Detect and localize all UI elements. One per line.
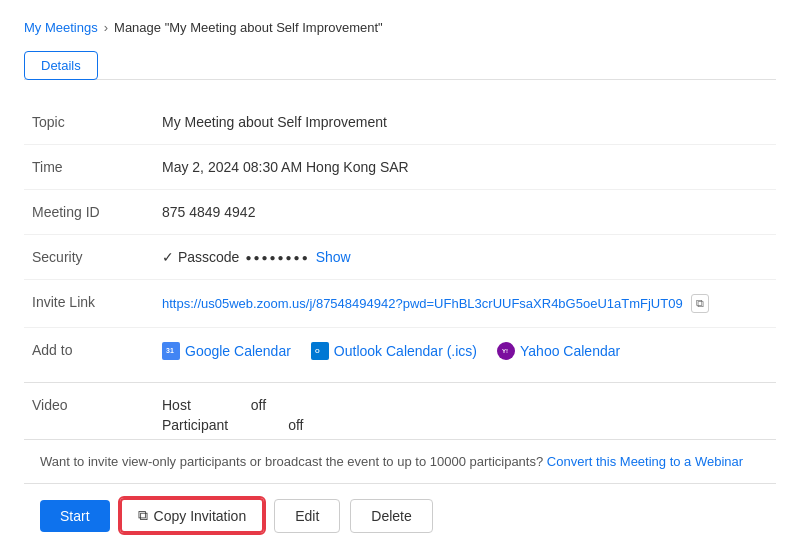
video-label: Video: [24, 391, 154, 439]
yahoo-calendar-link[interactable]: Y! Yahoo Calendar: [497, 342, 620, 360]
row-video: Video Host off Participant off: [24, 391, 776, 439]
copy-icon: ⧉: [696, 297, 704, 309]
invite-link-value: https://us05web.zoom.us/j/87548494942?pw…: [154, 280, 776, 328]
start-button[interactable]: Start: [40, 500, 110, 532]
delete-button[interactable]: Delete: [350, 499, 432, 533]
breadcrumb-separator: ›: [104, 20, 108, 35]
tab-bar: Details: [24, 51, 776, 80]
row-add-to: Add to 31 Google Calendar O: [24, 328, 776, 375]
outlook-calendar-icon: O: [311, 342, 329, 360]
breadcrumb: My Meetings › Manage "My Meeting about S…: [24, 20, 776, 35]
tab-details[interactable]: Details: [24, 51, 98, 80]
google-calendar-icon: 31: [162, 342, 180, 360]
add-to-label: Add to: [24, 328, 154, 375]
time-label: Time: [24, 145, 154, 190]
host-value: off: [251, 397, 266, 413]
webinar-link[interactable]: Convert this Meeting to a Webinar: [547, 454, 743, 469]
add-to-value: 31 Google Calendar O Outlook Calendar (.…: [154, 328, 776, 375]
webinar-notice-text: Want to invite view-only participants or…: [40, 454, 543, 469]
meeting-id-value: 875 4849 4942: [154, 190, 776, 235]
passcode-prefix: ✓ Passcode: [162, 249, 239, 265]
svg-text:Y!: Y!: [502, 348, 508, 354]
invite-link-label: Invite Link: [24, 280, 154, 328]
outlook-calendar-link[interactable]: O Outlook Calendar (.ics): [311, 342, 477, 360]
details-table: Topic My Meeting about Self Improvement …: [24, 100, 776, 374]
copy-invitation-button[interactable]: ⧉ Copy Invitation: [120, 498, 265, 533]
edit-button[interactable]: Edit: [274, 499, 340, 533]
video-table: Video Host off Participant off: [24, 391, 776, 439]
time-value: May 2, 2024 08:30 AM Hong Kong SAR: [154, 145, 776, 190]
participant-value: off: [288, 417, 303, 433]
participant-label: Participant: [162, 417, 228, 433]
row-invite-link: Invite Link https://us05web.zoom.us/j/87…: [24, 280, 776, 328]
google-calendar-link[interactable]: 31 Google Calendar: [162, 342, 291, 360]
svg-text:31: 31: [166, 347, 174, 354]
host-label: Host: [162, 397, 191, 413]
outlook-calendar-label: Outlook Calendar (.ics): [334, 343, 477, 359]
passcode-dots: ●●●●●●●●: [245, 252, 309, 263]
yahoo-calendar-icon: Y!: [497, 342, 515, 360]
security-value: ✓ Passcode ●●●●●●●● Show: [154, 235, 776, 280]
google-calendar-label: Google Calendar: [185, 343, 291, 359]
row-time: Time May 2, 2024 08:30 AM Hong Kong SAR: [24, 145, 776, 190]
row-meeting-id: Meeting ID 875 4849 4942: [24, 190, 776, 235]
security-label: Security: [24, 235, 154, 280]
meeting-id-label: Meeting ID: [24, 190, 154, 235]
row-topic: Topic My Meeting about Self Improvement: [24, 100, 776, 145]
webinar-notice: Want to invite view-only participants or…: [24, 439, 776, 483]
copy-invitation-icon: ⧉: [138, 507, 148, 524]
topic-value: My Meeting about Self Improvement: [154, 100, 776, 145]
divider-1: [24, 382, 776, 383]
page-container: My Meetings › Manage "My Meeting about S…: [0, 0, 800, 553]
row-security: Security ✓ Passcode ●●●●●●●● Show: [24, 235, 776, 280]
copy-invitation-label: Copy Invitation: [154, 508, 247, 524]
video-value: Host off Participant off: [154, 391, 776, 439]
breadcrumb-current: Manage "My Meeting about Self Improvemen…: [114, 20, 383, 35]
copy-link-icon-button[interactable]: ⧉: [691, 294, 709, 313]
breadcrumb-my-meetings[interactable]: My Meetings: [24, 20, 98, 35]
topic-label: Topic: [24, 100, 154, 145]
show-passcode-link[interactable]: Show: [316, 249, 351, 265]
svg-text:O: O: [315, 348, 320, 354]
action-bar: Start ⧉ Copy Invitation Edit Delete: [24, 483, 776, 547]
invite-link-url[interactable]: https://us05web.zoom.us/j/87548494942?pw…: [162, 296, 683, 311]
yahoo-calendar-label: Yahoo Calendar: [520, 343, 620, 359]
